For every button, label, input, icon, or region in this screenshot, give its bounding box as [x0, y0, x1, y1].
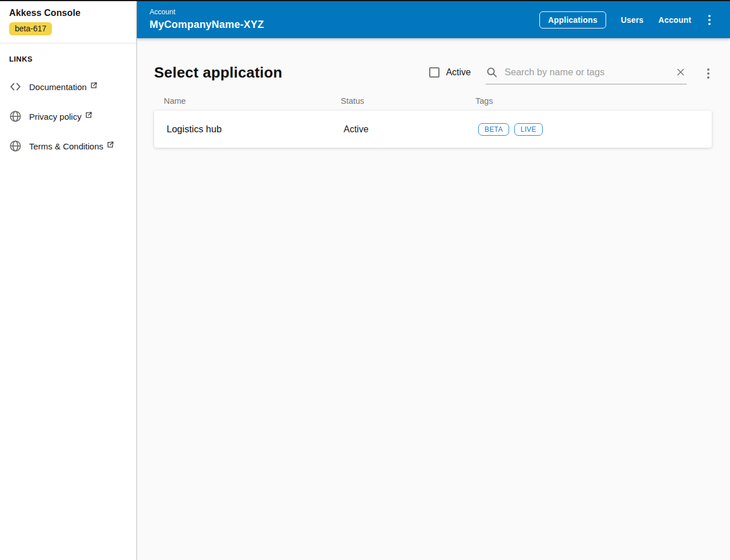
- column-header-name: Name: [164, 96, 341, 105]
- globe-icon: [9, 110, 22, 123]
- code-icon: [9, 80, 22, 93]
- active-filter-checkbox[interactable]: [429, 67, 439, 78]
- application-status-cell: Active: [344, 124, 478, 135]
- sidebar: Akkess Console beta-617 LINKS Documentat…: [0, 1, 137, 560]
- sidebar-header: Akkess Console beta-617: [0, 1, 136, 43]
- main-panel: Select application Active: [137, 38, 730, 560]
- sidebar-link-label: Terms & Conditions: [29, 141, 103, 151]
- toolbar: Select application Active: [154, 63, 712, 82]
- external-link-icon: [90, 82, 98, 89]
- tag-chip: LIVE: [514, 123, 543, 136]
- search-icon: [486, 66, 498, 78]
- table-row[interactable]: Logistics hub Active BETA LIVE: [154, 111, 712, 148]
- sidebar-link-label: Documentation: [29, 82, 87, 92]
- sidebar-link-label: Privacy policy: [29, 112, 82, 121]
- table-options-kebab-icon[interactable]: [705, 67, 712, 80]
- version-badge: beta-617: [9, 22, 52, 35]
- globe-icon: [9, 140, 22, 152]
- search-input[interactable]: [505, 67, 676, 78]
- header-nav: Applications Users Account: [539, 11, 713, 29]
- application-tags-cell: BETA LIVE: [478, 123, 712, 136]
- account-heading-block: Account MyCompanyName-XYZ: [150, 8, 264, 31]
- nav-users-button[interactable]: Users: [621, 15, 644, 25]
- links-section-heading: LINKS: [9, 55, 127, 63]
- app-root: Akkess Console beta-617 LINKS Documentat…: [0, 1, 730, 560]
- sidebar-links-section: LINKS Documentation Privacy policy: [0, 43, 136, 164]
- content-column: Account MyCompanyName-XYZ Applications U…: [137, 1, 730, 560]
- account-overline: Account: [150, 8, 264, 17]
- nav-account-button[interactable]: Account: [659, 15, 691, 25]
- column-header-tags: Tags: [475, 96, 712, 105]
- application-name-cell: Logistics hub: [167, 124, 344, 135]
- nav-applications-button[interactable]: Applications: [539, 11, 606, 29]
- external-link-icon: [107, 141, 114, 148]
- sidebar-link-privacy-policy[interactable]: Privacy policy: [9, 110, 127, 123]
- top-app-bar: Account MyCompanyName-XYZ Applications U…: [137, 1, 730, 38]
- tag-chip: BETA: [478, 123, 509, 136]
- kebab-menu-icon[interactable]: [706, 14, 713, 26]
- account-name-title: MyCompanyName-XYZ: [150, 18, 264, 31]
- active-filter-label: Active: [446, 67, 471, 78]
- sidebar-link-terms-and-conditions[interactable]: Terms & Conditions: [9, 140, 127, 152]
- app-title: Akkess Console: [9, 8, 127, 18]
- search-field: [486, 66, 687, 84]
- toolbar-controls: Active: [429, 63, 712, 82]
- table-header-row: Name Status Tags: [154, 96, 712, 105]
- column-header-status: Status: [341, 96, 475, 105]
- active-filter[interactable]: Active: [429, 67, 471, 78]
- page-title: Select application: [154, 64, 283, 82]
- external-link-icon: [85, 111, 92, 119]
- sidebar-link-documentation[interactable]: Documentation: [9, 80, 127, 93]
- clear-icon[interactable]: [676, 67, 685, 77]
